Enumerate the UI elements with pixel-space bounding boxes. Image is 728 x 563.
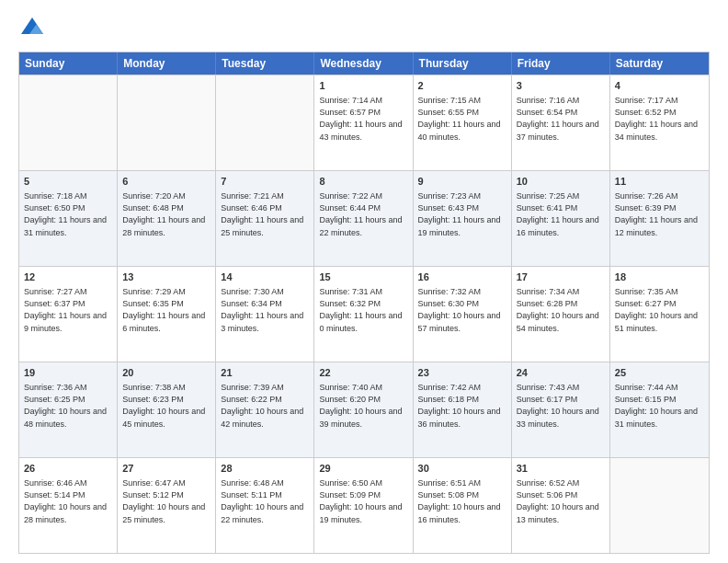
day-info: Sunrise: 7:42 AM Sunset: 6:18 PM Dayligh… [418, 382, 506, 430]
day-number: 7 [221, 175, 309, 189]
day-info: Sunrise: 6:51 AM Sunset: 5:08 PM Dayligh… [418, 477, 506, 525]
day-number: 8 [319, 175, 407, 189]
day-info: Sunrise: 7:39 AM Sunset: 6:22 PM Dayligh… [221, 382, 309, 430]
header-day-wednesday: Wednesday [314, 52, 413, 75]
calendar-header: SundayMondayTuesdayWednesdayThursdayFrid… [19, 52, 709, 75]
day-number: 18 [615, 270, 704, 284]
day-number: 27 [122, 462, 210, 476]
logo-icon [18, 15, 46, 42]
day-cell-3: 3Sunrise: 7:16 AM Sunset: 6:54 PM Daylig… [512, 75, 610, 170]
day-cell-9: 9Sunrise: 7:23 AM Sunset: 6:43 PM Daylig… [414, 171, 512, 266]
day-info: Sunrise: 7:15 AM Sunset: 6:55 PM Dayligh… [418, 95, 506, 143]
day-cell-22: 22Sunrise: 7:40 AM Sunset: 6:20 PM Dayli… [314, 362, 413, 457]
day-number: 22 [319, 366, 407, 380]
day-info: Sunrise: 7:20 AM Sunset: 6:48 PM Dayligh… [122, 190, 210, 238]
day-cell-17: 17Sunrise: 7:34 AM Sunset: 6:28 PM Dayli… [512, 267, 610, 362]
calendar-row-1: 1Sunrise: 7:14 AM Sunset: 6:57 PM Daylig… [19, 75, 709, 170]
day-cell-13: 13Sunrise: 7:29 AM Sunset: 6:35 PM Dayli… [118, 267, 216, 362]
day-cell-28: 28Sunrise: 6:48 AM Sunset: 5:11 PM Dayli… [216, 458, 314, 553]
empty-cell [118, 75, 216, 170]
day-cell-4: 4Sunrise: 7:17 AM Sunset: 6:52 PM Daylig… [610, 75, 709, 170]
day-cell-20: 20Sunrise: 7:38 AM Sunset: 6:23 PM Dayli… [118, 362, 216, 457]
day-number: 24 [517, 366, 605, 380]
day-info: Sunrise: 7:22 AM Sunset: 6:44 PM Dayligh… [319, 190, 407, 238]
day-cell-2: 2Sunrise: 7:15 AM Sunset: 6:55 PM Daylig… [414, 75, 512, 170]
day-cell-10: 10Sunrise: 7:25 AM Sunset: 6:41 PM Dayli… [512, 171, 610, 266]
day-info: Sunrise: 7:30 AM Sunset: 6:34 PM Dayligh… [221, 286, 309, 334]
day-info: Sunrise: 7:31 AM Sunset: 6:32 PM Dayligh… [319, 286, 407, 334]
day-info: Sunrise: 7:23 AM Sunset: 6:43 PM Dayligh… [418, 190, 506, 238]
day-info: Sunrise: 7:25 AM Sunset: 6:41 PM Dayligh… [517, 190, 605, 238]
day-number: 13 [122, 270, 210, 284]
day-info: Sunrise: 7:44 AM Sunset: 6:15 PM Dayligh… [615, 382, 704, 430]
calendar: SundayMondayTuesdayWednesdayThursdayFrid… [18, 52, 710, 554]
day-info: Sunrise: 7:35 AM Sunset: 6:27 PM Dayligh… [615, 286, 704, 334]
day-info: Sunrise: 7:32 AM Sunset: 6:30 PM Dayligh… [418, 286, 506, 334]
day-number: 15 [319, 270, 407, 284]
day-cell-19: 19Sunrise: 7:36 AM Sunset: 6:25 PM Dayli… [19, 362, 118, 457]
day-cell-7: 7Sunrise: 7:21 AM Sunset: 6:46 PM Daylig… [216, 171, 314, 266]
day-number: 16 [418, 270, 506, 284]
day-number: 23 [418, 366, 506, 380]
header-day-saturday: Saturday [610, 52, 709, 75]
day-cell-16: 16Sunrise: 7:32 AM Sunset: 6:30 PM Dayli… [414, 267, 512, 362]
day-cell-11: 11Sunrise: 7:26 AM Sunset: 6:39 PM Dayli… [610, 171, 709, 266]
day-number: 9 [418, 175, 506, 189]
header-day-thursday: Thursday [414, 52, 512, 75]
header-day-tuesday: Tuesday [216, 52, 314, 75]
day-info: Sunrise: 7:43 AM Sunset: 6:17 PM Dayligh… [517, 382, 605, 430]
day-cell-1: 1Sunrise: 7:14 AM Sunset: 6:57 PM Daylig… [314, 75, 413, 170]
day-cell-29: 29Sunrise: 6:50 AM Sunset: 5:09 PM Dayli… [314, 458, 413, 553]
day-cell-8: 8Sunrise: 7:22 AM Sunset: 6:44 PM Daylig… [314, 171, 413, 266]
day-number: 30 [418, 462, 506, 476]
day-cell-25: 25Sunrise: 7:44 AM Sunset: 6:15 PM Dayli… [610, 362, 709, 457]
calendar-body: 1Sunrise: 7:14 AM Sunset: 6:57 PM Daylig… [19, 75, 709, 553]
calendar-row-5: 26Sunrise: 6:46 AM Sunset: 5:14 PM Dayli… [19, 457, 709, 553]
day-info: Sunrise: 7:40 AM Sunset: 6:20 PM Dayligh… [319, 382, 407, 430]
empty-cell [216, 75, 314, 170]
day-number: 28 [221, 462, 309, 476]
day-number: 10 [517, 175, 605, 189]
day-number: 1 [319, 79, 407, 93]
day-info: Sunrise: 6:47 AM Sunset: 5:12 PM Dayligh… [122, 477, 210, 525]
day-info: Sunrise: 7:14 AM Sunset: 6:57 PM Dayligh… [319, 95, 407, 143]
day-number: 19 [24, 366, 112, 380]
day-number: 5 [24, 175, 112, 189]
day-cell-26: 26Sunrise: 6:46 AM Sunset: 5:14 PM Dayli… [19, 458, 118, 553]
day-number: 21 [221, 366, 309, 380]
day-number: 25 [615, 366, 704, 380]
calendar-row-3: 12Sunrise: 7:27 AM Sunset: 6:37 PM Dayli… [19, 266, 709, 362]
day-number: 11 [615, 175, 704, 189]
day-info: Sunrise: 7:26 AM Sunset: 6:39 PM Dayligh… [615, 190, 704, 238]
header [18, 15, 710, 42]
day-number: 14 [221, 270, 309, 284]
day-number: 26 [24, 462, 112, 476]
page: SundayMondayTuesdayWednesdayThursdayFrid… [0, 0, 728, 563]
calendar-row-2: 5Sunrise: 7:18 AM Sunset: 6:50 PM Daylig… [19, 170, 709, 266]
day-info: Sunrise: 6:52 AM Sunset: 5:06 PM Dayligh… [517, 477, 605, 525]
day-info: Sunrise: 7:21 AM Sunset: 6:46 PM Dayligh… [221, 190, 309, 238]
day-number: 6 [122, 175, 210, 189]
day-info: Sunrise: 6:48 AM Sunset: 5:11 PM Dayligh… [221, 477, 309, 525]
day-info: Sunrise: 7:27 AM Sunset: 6:37 PM Dayligh… [24, 286, 112, 334]
empty-cell [610, 458, 709, 553]
day-number: 2 [418, 79, 506, 93]
logo [18, 15, 50, 42]
day-number: 4 [615, 79, 704, 93]
day-cell-5: 5Sunrise: 7:18 AM Sunset: 6:50 PM Daylig… [19, 171, 118, 266]
day-info: Sunrise: 7:34 AM Sunset: 6:28 PM Dayligh… [517, 286, 605, 334]
day-cell-6: 6Sunrise: 7:20 AM Sunset: 6:48 PM Daylig… [118, 171, 216, 266]
day-cell-24: 24Sunrise: 7:43 AM Sunset: 6:17 PM Dayli… [512, 362, 610, 457]
day-cell-15: 15Sunrise: 7:31 AM Sunset: 6:32 PM Dayli… [314, 267, 413, 362]
day-info: Sunrise: 7:36 AM Sunset: 6:25 PM Dayligh… [24, 382, 112, 430]
day-cell-18: 18Sunrise: 7:35 AM Sunset: 6:27 PM Dayli… [610, 267, 709, 362]
day-number: 29 [319, 462, 407, 476]
day-info: Sunrise: 7:17 AM Sunset: 6:52 PM Dayligh… [615, 95, 704, 143]
day-cell-12: 12Sunrise: 7:27 AM Sunset: 6:37 PM Dayli… [19, 267, 118, 362]
day-cell-30: 30Sunrise: 6:51 AM Sunset: 5:08 PM Dayli… [414, 458, 512, 553]
day-info: Sunrise: 7:29 AM Sunset: 6:35 PM Dayligh… [122, 286, 210, 334]
empty-cell [19, 75, 118, 170]
day-number: 17 [517, 270, 605, 284]
day-cell-21: 21Sunrise: 7:39 AM Sunset: 6:22 PM Dayli… [216, 362, 314, 457]
day-number: 3 [517, 79, 605, 93]
